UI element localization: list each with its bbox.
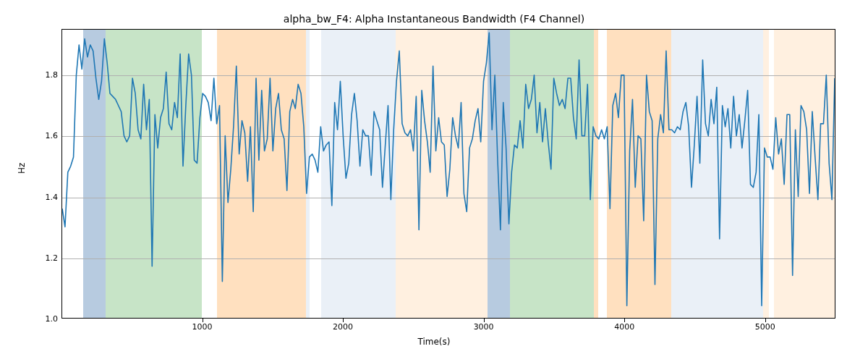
y-tick-label: 1.8	[29, 70, 58, 80]
x-axis-label: Time(s)	[0, 337, 868, 347]
figure: alpha_bw_F4: Alpha Instantaneous Bandwid…	[0, 0, 868, 362]
y-tick-label: 1.6	[29, 131, 58, 140]
chart-title: alpha_bw_F4: Alpha Instantaneous Bandwid…	[0, 13, 868, 25]
x-tick-label: 5000	[755, 322, 775, 332]
y-tick-label: 1.4	[29, 192, 58, 201]
x-tick-label: 4000	[614, 322, 634, 332]
x-tick-label: 1000	[192, 322, 213, 332]
x-tick-label: 2000	[333, 322, 353, 332]
y-axis-label: Hz	[17, 163, 27, 174]
y-tick-label: 1.0	[29, 314, 58, 324]
plot-area	[61, 29, 835, 319]
x-tick-label: 3000	[474, 322, 494, 332]
y-tick-label: 1.2	[29, 253, 58, 262]
line-series	[62, 30, 835, 318]
